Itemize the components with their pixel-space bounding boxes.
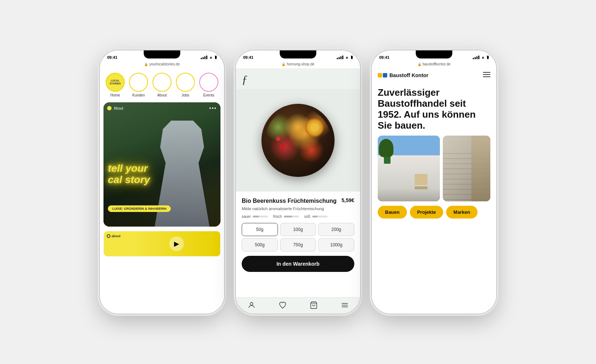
taste-sauer-fill <box>253 216 259 217</box>
taste-sues-label: süß <box>304 215 310 219</box>
url-bar-3[interactable]: 🔒 baustoffkontor.de <box>372 61 496 68</box>
logo-text: LOCALSTORIES <box>110 79 121 85</box>
nav-item-jobs[interactable]: Jobs <box>176 73 195 97</box>
svg-rect-6 <box>483 74 490 75</box>
shop-header: ƒ <box>236 68 360 89</box>
bk-header: Baustoff Kontor <box>372 68 496 81</box>
nav-label-events: Events <box>203 93 215 97</box>
taste-bars: sauer frisch süß <box>242 215 354 219</box>
nav-profile-icon[interactable] <box>248 301 256 309</box>
bk-image-outdoor <box>378 136 440 201</box>
taste-sauer-track <box>253 216 268 217</box>
phone-1: 09:41 ▲ ▮ 🔒 yourlocalstories.de LOCALSTO… <box>100 50 224 314</box>
pill-marken[interactable]: Marken <box>446 206 478 219</box>
battery-icon-2: ▮ <box>351 55 353 60</box>
taste-frisch: frisch <box>273 215 299 219</box>
product-title: Bio Beerenkuss Früchtemischung <box>242 197 337 204</box>
story-card[interactable]: About ••• tell yourcal story LUISE: GRÜN… <box>103 102 220 227</box>
svg-rect-7 <box>483 76 490 77</box>
taste-sues-track <box>312 216 328 217</box>
battery-icon-3: ▮ <box>487 55 489 60</box>
berry-2 <box>276 137 280 141</box>
food-items <box>265 107 331 173</box>
nav-item-kunden[interactable]: Kunden <box>129 73 148 97</box>
wall-right <box>471 136 490 201</box>
phone1-content: LOCALSTORIES Home Kunden About Jobs <box>100 68 224 314</box>
weight-grid: 50g 100g 200g 500g 750g 1000g <box>242 223 354 251</box>
shop-logo: ƒ <box>242 73 248 86</box>
add-to-cart-button[interactable]: In den Warenkorb <box>242 256 354 272</box>
nav-circle-events <box>199 73 218 92</box>
nav-label-about: About <box>157 93 167 97</box>
bk-logo-text: Baustoff Kontor <box>389 72 429 78</box>
person-label-area: LUISE: GRÜNDERIN & INHABERIN <box>108 205 171 212</box>
nav-circle-jobs <box>176 73 195 92</box>
phone2-content: ƒ Bio Beerenkuss Früchtemischung 5,59€ M… <box>236 68 360 314</box>
pill-bauen[interactable]: Bauen <box>378 206 407 219</box>
taste-frisch-label: frisch <box>273 215 282 219</box>
phone-2: 09:41 ▲ ▮ 🔒 hornung-shop.de ƒ <box>236 50 360 314</box>
bk-pills: Bauen Projekte Marken <box>372 206 496 219</box>
url-text-3: baustoffkontor.de <box>423 62 451 66</box>
weight-200g[interactable]: 200g <box>318 223 354 236</box>
food-bowl <box>261 104 335 177</box>
weight-500g[interactable]: 500g <box>242 238 278 251</box>
nav-circle-home: LOCALSTORIES <box>106 73 125 92</box>
taste-frisch-fill <box>284 216 292 217</box>
pill-projekte[interactable]: Projekte <box>410 206 443 219</box>
taste-sues-fill <box>312 216 318 217</box>
baustoff-logo: Baustoff Kontor <box>378 72 429 78</box>
preview-play-icon: ▶ <box>169 236 184 251</box>
nav-menu-icon[interactable] <box>341 301 349 309</box>
nav-item-events[interactable]: Events <box>199 73 218 97</box>
lock-icon-2: 🔒 <box>282 62 286 66</box>
nav-item-about[interactable]: About <box>152 73 171 97</box>
taste-frisch-track <box>284 216 299 217</box>
product-title-row: Bio Beerenkuss Früchtemischung 5,59€ <box>242 197 354 204</box>
bottom-nav <box>236 297 360 314</box>
product-details: Bio Beerenkuss Früchtemischung 5,59€ Mil… <box>236 192 360 297</box>
wifi-icon-2: ▲ <box>345 55 349 59</box>
taste-sauer: sauer <box>242 215 268 219</box>
nav-circle-kunden <box>129 73 148 92</box>
hamburger-menu-icon[interactable] <box>483 72 490 79</box>
berry-1 <box>280 144 285 149</box>
product-price: 5,59€ <box>342 197 354 203</box>
nav-cart-icon[interactable] <box>310 301 318 309</box>
svg-rect-5 <box>483 72 490 73</box>
time-1: 09:41 <box>107 55 117 60</box>
weight-50g[interactable]: 50g <box>242 223 278 236</box>
orange-slice <box>305 118 324 137</box>
signal-icon-1 <box>201 56 207 59</box>
neon-text-area: tell yourcal story <box>108 163 150 190</box>
taste-sues: süß <box>304 215 328 219</box>
weight-1000g[interactable]: 1000g <box>318 238 354 251</box>
battery-icon-1: ▮ <box>215 55 217 60</box>
preview-dot <box>107 234 110 238</box>
url-text-1: yourlocalstories.de <box>149 62 180 66</box>
person-label: LUISE: GRÜNDERIN & INHABERIN <box>108 205 171 212</box>
preview-card[interactable]: about ▶ <box>103 231 220 257</box>
nav-label-jobs: Jobs <box>181 93 189 97</box>
url-bar-1[interactable]: 🔒 yourlocalstories.de <box>100 61 224 68</box>
nav-heart-icon[interactable] <box>279 301 287 309</box>
bk-hero-text: Zuverlässiger Baustoffhandel seit 1952. … <box>372 81 496 136</box>
nav-item-home[interactable]: LOCALSTORIES Home <box>106 73 125 97</box>
url-bar-2[interactable]: 🔒 hornung-shop.de <box>236 61 360 68</box>
chair <box>415 174 427 185</box>
bk-image-stairs <box>443 136 490 201</box>
chair-seat <box>415 186 427 189</box>
weight-750g[interactable]: 750g <box>280 238 316 251</box>
logo-square-yellow <box>378 73 382 77</box>
taste-sauer-label: sauer <box>242 215 251 219</box>
nav-label-kunden: Kunden <box>132 93 145 97</box>
logo-square-blue <box>383 73 387 77</box>
weight-100g[interactable]: 100g <box>280 223 316 236</box>
logo-squares <box>378 73 387 77</box>
nav-label-home: Home <box>110 93 120 97</box>
svg-point-0 <box>250 303 253 305</box>
preview-about-label: about <box>112 234 121 238</box>
wifi-icon-1: ▲ <box>209 55 213 59</box>
time-2: 09:41 <box>243 55 253 60</box>
bk-images <box>372 136 496 201</box>
